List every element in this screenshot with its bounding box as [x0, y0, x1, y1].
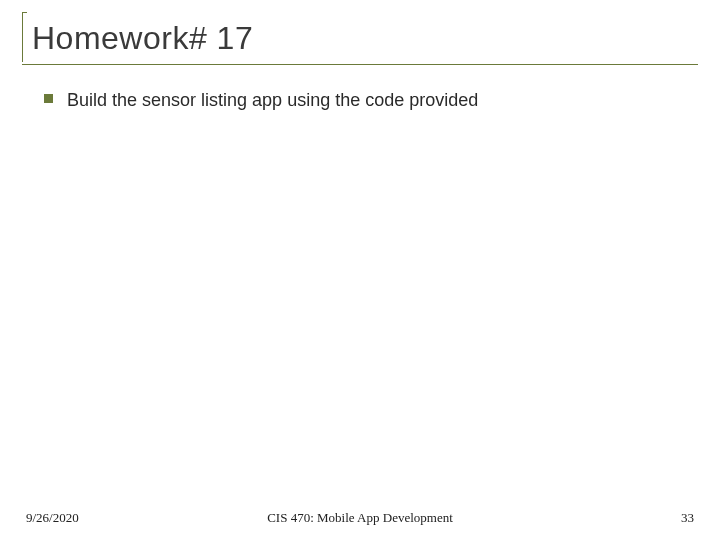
bullet-item: Build the sensor listing app using the c… — [44, 88, 688, 112]
bullet-text: Build the sensor listing app using the c… — [67, 88, 478, 112]
title-corner-rule — [22, 12, 27, 62]
square-bullet-icon — [44, 94, 53, 103]
slide-footer: 9/26/2020 CIS 470: Mobile App Developmen… — [0, 510, 720, 526]
slide-content: Build the sensor listing app using the c… — [44, 88, 688, 112]
slide-title: Homework# 17 — [22, 12, 698, 63]
footer-course: CIS 470: Mobile App Development — [267, 510, 453, 526]
title-block: Homework# 17 — [22, 12, 698, 65]
footer-date: 9/26/2020 — [26, 510, 79, 526]
footer-page-number: 33 — [681, 510, 694, 526]
title-underline — [22, 64, 698, 65]
title-wrap: Homework# 17 — [22, 12, 698, 65]
